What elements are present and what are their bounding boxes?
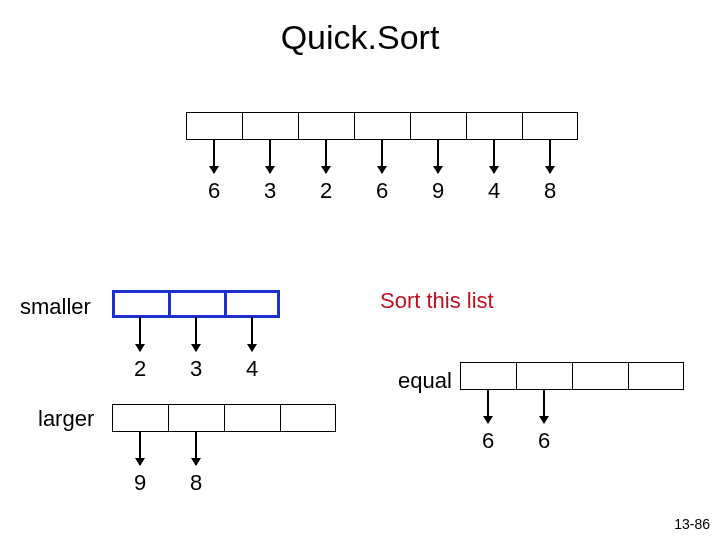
array-cell [186, 112, 242, 140]
smaller-cell [168, 290, 224, 318]
array-cell [354, 112, 410, 140]
top-value: 4 [466, 178, 522, 204]
array-cell [224, 404, 280, 432]
top-arrow-icon [549, 139, 551, 173]
smaller-arrow-icon [139, 317, 141, 351]
equal-array [460, 362, 684, 390]
page-number: 13-86 [674, 516, 710, 532]
sort-this-list-label: Sort this list [380, 288, 494, 314]
array-cell [410, 112, 466, 140]
smaller-cell [112, 290, 168, 318]
top-arrow-icon [269, 139, 271, 173]
array-cell [298, 112, 354, 140]
array-cell [572, 362, 628, 390]
array-cell [460, 362, 516, 390]
larger-array [112, 404, 336, 432]
equal-label: equal [398, 368, 452, 394]
top-value: 3 [242, 178, 298, 204]
array-cell [628, 362, 684, 390]
smaller-cell [224, 290, 280, 318]
smaller-arrow-icon [251, 317, 253, 351]
smaller-arrow-icon [195, 317, 197, 351]
smaller-label: smaller [20, 294, 91, 320]
equal-value: 6 [516, 428, 572, 454]
equal-arrow-icon [487, 389, 489, 423]
top-value: 9 [410, 178, 466, 204]
larger-label: larger [38, 406, 94, 432]
array-cell [168, 404, 224, 432]
top-value: 8 [522, 178, 578, 204]
top-value: 6 [186, 178, 242, 204]
larger-value: 8 [168, 470, 224, 496]
equal-arrow-icon [543, 389, 545, 423]
larger-arrow-icon [139, 431, 141, 465]
array-cell [466, 112, 522, 140]
top-array [186, 112, 578, 140]
array-cell [242, 112, 298, 140]
array-cell [516, 362, 572, 390]
smaller-value: 3 [168, 356, 224, 382]
array-cell [522, 112, 578, 140]
smaller-value: 4 [224, 356, 280, 382]
equal-value: 6 [460, 428, 516, 454]
top-value: 2 [298, 178, 354, 204]
top-arrow-icon [437, 139, 439, 173]
slide-title: Quick.Sort [0, 18, 720, 57]
smaller-value: 2 [112, 356, 168, 382]
larger-value: 9 [112, 470, 168, 496]
top-arrow-icon [213, 139, 215, 173]
smaller-array [112, 290, 280, 318]
top-arrow-icon [325, 139, 327, 173]
top-arrow-icon [493, 139, 495, 173]
array-cell [280, 404, 336, 432]
array-cell [112, 404, 168, 432]
top-value: 6 [354, 178, 410, 204]
larger-arrow-icon [195, 431, 197, 465]
top-arrow-icon [381, 139, 383, 173]
